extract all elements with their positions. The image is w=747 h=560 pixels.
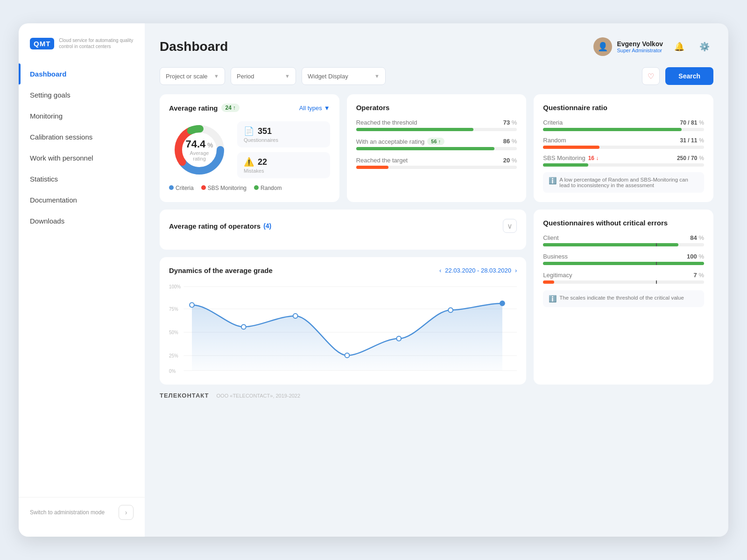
notification-button[interactable]: 🔔 xyxy=(670,38,688,56)
logo-box: QMT xyxy=(30,38,54,49)
widget-display-select[interactable]: Widget Display ▼ xyxy=(302,67,386,85)
avg-rating-badge: 24 ↑ xyxy=(221,104,239,112)
info-icon: ℹ️ xyxy=(549,177,557,188)
chart-title: Dynamics of the average grade xyxy=(169,266,273,274)
questionnaires-count: 351 xyxy=(258,126,272,136)
svg-point-20 xyxy=(500,301,505,306)
svg-text:75%: 75% xyxy=(169,307,178,312)
sidebar-item-monitoring[interactable]: Monitoring xyxy=(19,105,145,126)
chart-header: Dynamics of the average grade ‹ 22.03.20… xyxy=(169,266,517,274)
questionnaire-ratio-card: Questionnaire ratio Criteria 70 / 81 % R… xyxy=(534,94,713,202)
sidebar-item-calibration[interactable]: Calibration sessions xyxy=(19,126,145,147)
header-right: 👤 Evgeny Volkov Super Administrator 🔔 ⚙️ xyxy=(593,37,713,56)
sidebar-footer: Switch to administration mode › xyxy=(19,497,145,527)
sidebar-item-setting-goals[interactable]: Setting goals xyxy=(19,84,145,105)
qr-info: ℹ️ A low percentage of Random and SBS-Mo… xyxy=(543,172,704,193)
qce-row-client: Client 84 % xyxy=(543,234,704,246)
user-name: Evgeny Volkov xyxy=(617,40,663,48)
svg-text:0%: 0% xyxy=(169,369,176,374)
avg-ops-count: (4) xyxy=(263,222,271,230)
date-nav[interactable]: ‹ 22.03.2020 - 28.03.2020 › xyxy=(439,267,517,274)
sidebar-item-statistics[interactable]: Statistics xyxy=(19,168,145,189)
donut-chart: 74.4 % Average rating xyxy=(169,119,230,180)
logo-subtext: Cloud service for automating quality con… xyxy=(59,37,134,49)
svg-text:50%: 50% xyxy=(169,330,178,335)
svg-point-16 xyxy=(293,314,298,318)
switch-admin-label: Switch to administration mode xyxy=(30,509,105,516)
chevron-down-icon: ▼ xyxy=(214,73,219,79)
questionnaires-stat: 📄 351 Questionnaires xyxy=(237,121,330,147)
sidebar: QMT Cloud service for automating quality… xyxy=(19,23,145,537)
chevron-down-icon: ▼ xyxy=(374,73,380,79)
mistakes-stat: ⚠️ 22 Mistakes xyxy=(237,152,330,178)
rating-body: 74.4 % Average rating 📄 351 Questionnair… xyxy=(169,119,330,180)
sidebar-item-dashboard[interactable]: Dashboard xyxy=(19,63,145,84)
sidebar-logo: QMT Cloud service for automating quality… xyxy=(19,37,145,63)
qce-row-business: Business 100 % xyxy=(543,253,704,265)
favorite-button[interactable]: ♡ xyxy=(642,67,660,85)
avg-ops-title: Average rating of operators xyxy=(169,222,261,230)
qce-row-legitimacy: Legitimacy 7 % xyxy=(543,272,704,284)
svg-point-17 xyxy=(345,353,350,358)
average-rating-card: Average rating 24 ↑ All types ▼ xyxy=(160,94,339,202)
dynamics-chart-card: Dynamics of the average grade ‹ 22.03.20… xyxy=(160,257,526,385)
svg-point-18 xyxy=(396,336,401,341)
period-select[interactable]: Period ▼ xyxy=(231,67,296,85)
operators-header: Operators xyxy=(356,104,517,112)
donut-center: 74.4 % Average rating xyxy=(184,138,215,161)
op-row-target: Reached the target 20 % xyxy=(356,157,517,169)
qr-row-random: Random 31 / 11 % xyxy=(543,137,704,149)
filters-bar: Project or scale ▼ Period ▼ Widget Displ… xyxy=(160,67,713,85)
percent-sign: % xyxy=(205,141,213,149)
op-row-acceptable: With an acceptable rating 56 ↑ 86 % xyxy=(356,138,517,150)
qr-row-sbs: SBS Monitoring 16 ↓ 250 / 70 % xyxy=(543,154,704,167)
op-row-threshold: Reached the threshold 73 % xyxy=(356,119,517,131)
app-container: QMT Cloud service for automating quality… xyxy=(19,23,728,537)
sidebar-item-work-personnel[interactable]: Work with personnel xyxy=(19,147,145,168)
sidebar-item-downloads[interactable]: Downloads xyxy=(19,210,145,231)
avatar: 👤 xyxy=(593,37,612,56)
rating-stats: 📄 351 Questionnaires ⚠️ 22 Mistakes xyxy=(237,121,330,178)
search-button[interactable]: Search xyxy=(665,67,713,85)
operators-title: Operators xyxy=(356,104,390,112)
line-chart-svg: 100% 75% 50% 25% 0% xyxy=(169,282,517,375)
document-icon: 📄 xyxy=(244,126,254,136)
user-details: Evgeny Volkov Super Administrator xyxy=(617,40,663,53)
warning-icon: ⚠️ xyxy=(244,157,254,167)
switch-admin-button[interactable]: › xyxy=(119,505,134,520)
footer-logo: ТЕЛЕКОНТАКТ xyxy=(160,392,209,399)
footer: ТЕЛЕКОНТАКТ ООО «TELECONTACT», 2019-2022 xyxy=(160,392,713,399)
avg-operators-card: Average rating of operators (4) ∨ xyxy=(160,210,526,250)
dashboard-grid: Average rating 24 ↑ All types ▼ xyxy=(160,94,713,385)
settings-button[interactable]: ⚙️ xyxy=(696,38,713,56)
legend-row: Criteria SBS Monitoring Random xyxy=(169,185,330,191)
qce-title: Questionnaires without critical errors xyxy=(543,219,668,227)
user-role: Super Administrator xyxy=(617,48,663,53)
qce-header: Questionnaires without critical errors xyxy=(543,219,704,227)
qr-title: Questionnaire ratio xyxy=(543,104,607,112)
svg-text:100%: 100% xyxy=(169,284,181,289)
expand-button[interactable]: ∨ xyxy=(503,219,517,233)
donut-label: Average rating xyxy=(184,150,215,161)
questionnaires-label: Questionnaires xyxy=(244,137,324,143)
info-icon: ℹ️ xyxy=(549,295,557,302)
page-title: Dashboard xyxy=(160,39,228,54)
donut-value: 74.4 % xyxy=(184,138,215,150)
avg-rating-header: Average rating 24 ↑ All types ▼ xyxy=(169,104,330,112)
sidebar-nav: Dashboard Setting goals Monitoring Calib… xyxy=(19,63,145,497)
qr-header: Questionnaire ratio xyxy=(543,104,704,112)
chart-wrap: 100% 75% 50% 25% 0% xyxy=(169,282,517,375)
all-types-link[interactable]: All types ▼ xyxy=(299,105,330,112)
sidebar-item-documentation[interactable]: Documentation xyxy=(19,189,145,210)
qr-row-criteria: Criteria 70 / 81 % xyxy=(543,119,704,131)
svg-text:25%: 25% xyxy=(169,353,178,358)
qce-info: ℹ️ The scales indicate the threshold of … xyxy=(543,290,704,307)
header: Dashboard 👤 Evgeny Volkov Super Administ… xyxy=(160,37,713,56)
avg-rating-title: Average rating xyxy=(169,104,218,112)
avg-ops-header: Average rating of operators (4) ∨ xyxy=(169,219,517,233)
project-scale-select[interactable]: Project or scale ▼ xyxy=(160,67,225,85)
mistakes-count: 22 xyxy=(258,157,267,167)
questionnaires-critical-card: Questionnaires without critical errors C… xyxy=(534,210,713,385)
main-content: Dashboard 👤 Evgeny Volkov Super Administ… xyxy=(145,23,728,537)
operators-card: Operators Reached the threshold 73 % Wit… xyxy=(347,94,527,202)
